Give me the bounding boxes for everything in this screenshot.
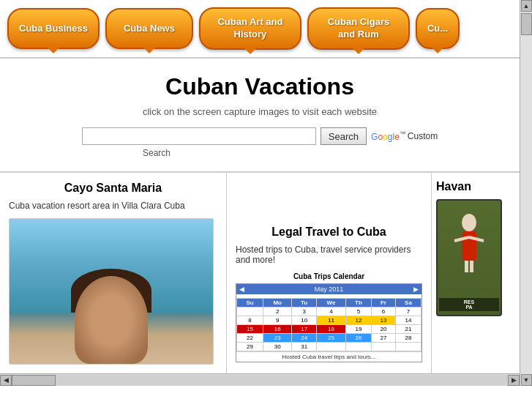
card-desc: Hosted trips to Cuba, travel service pro… (236, 245, 422, 265)
cards-section: Cayo Santa Maria Cuba vacation resort ar… (0, 172, 520, 373)
google-custom-label: Custom (408, 131, 438, 141)
scroll-track[interactable] (12, 375, 508, 386)
search-label: Search (7, 148, 512, 158)
cal-nav-right[interactable]: ▶ (413, 286, 419, 293)
havana-res-label: RES (441, 299, 498, 305)
cal-month: May 2011 (315, 286, 344, 293)
nav-button-cuba-news[interactable]: Cuba News (105, 8, 193, 49)
page-title: Cuban Vacations (7, 73, 512, 100)
nav-button-label: Cuban Cigars and Rum (319, 16, 398, 41)
nav-button-label: Cuba Business (19, 23, 88, 35)
havana-sign-bottom: RES PA (439, 298, 499, 311)
cal-footer: Hosted Cuba travel trips and tours... (236, 351, 422, 362)
page-subtitle: click on the screen capture images to vi… (7, 106, 512, 117)
cal-nav-left[interactable]: ◀ (239, 286, 244, 293)
card-title: Cayo Santa Maria (9, 182, 217, 195)
card-legal-travel: Legal Travel to Cuba Hosted trips to Cub… (227, 173, 432, 373)
nav-button-cuba-business[interactable]: Cuba Business (7, 8, 100, 49)
page-header: Cuban Vacations click on the screen capt… (0, 59, 520, 171)
havana-pa-label: PA (441, 305, 498, 310)
calendar-table: Su Mo Tu We Th Fr Sa 234567 (236, 298, 422, 351)
card-title: Legal Travel to Cuba (236, 225, 422, 239)
nav-bar: Cuba Business Cuba News Cuban Art and Hi… (0, 0, 520, 59)
google-logo: Google™ (371, 130, 406, 142)
swim-face (75, 276, 148, 364)
calendar-mock[interactable]: ◀ May 2011 ▶ Su Mo Tu We Th Fr (236, 283, 422, 362)
card-cayo-santa-maria: Cayo Santa Maria Cuba vacation resort ar… (0, 173, 227, 373)
nav-button-cuban-art[interactable]: Cuban Art and History (199, 7, 301, 50)
search-area: Search Google™ Custom (7, 127, 512, 145)
scroll-down-arrow[interactable]: ▼ (521, 374, 532, 386)
scroll-left-arrow[interactable]: ◀ (0, 375, 12, 386)
google-badge: Google™ Custom (371, 130, 438, 142)
bottom-scrollbar: ◀ ▶ (0, 373, 520, 386)
scroll-thumb-v[interactable] (521, 13, 532, 35)
swim-image[interactable] (9, 218, 214, 365)
svg-rect-4 (465, 261, 468, 272)
svg-point-0 (462, 214, 476, 231)
havana-figure (438, 208, 501, 274)
card-title: Havan (436, 180, 532, 193)
havana-image[interactable]: RES PA (436, 199, 502, 316)
nav-button-more[interactable]: Cu... (416, 8, 460, 49)
nav-button-label: Cu... (427, 23, 448, 35)
svg-rect-5 (470, 261, 473, 272)
nav-button-label: Cuban Art and History (211, 16, 290, 41)
card-desc: Cuba vacation resort area in Villa Clara… (9, 201, 217, 211)
calendar-title: Cuba Trips Calendar (236, 272, 422, 280)
search-input[interactable] (82, 127, 316, 145)
svg-rect-1 (462, 231, 476, 261)
scroll-up-arrow[interactable]: ▲ (521, 0, 532, 12)
havana-figure-svg (447, 208, 491, 274)
vertical-scrollbar: ▲ ▼ (520, 0, 532, 386)
scroll-right-arrow[interactable]: ▶ (508, 375, 520, 386)
search-button[interactable]: Search (321, 127, 367, 145)
nav-button-cuban-cigars[interactable]: Cuban Cigars and Rum (307, 7, 410, 50)
nav-button-label: Cuba News (124, 23, 175, 35)
card-havana: Havan RES (432, 173, 532, 373)
scroll-thumb[interactable] (12, 375, 56, 386)
card-image[interactable] (9, 218, 217, 365)
